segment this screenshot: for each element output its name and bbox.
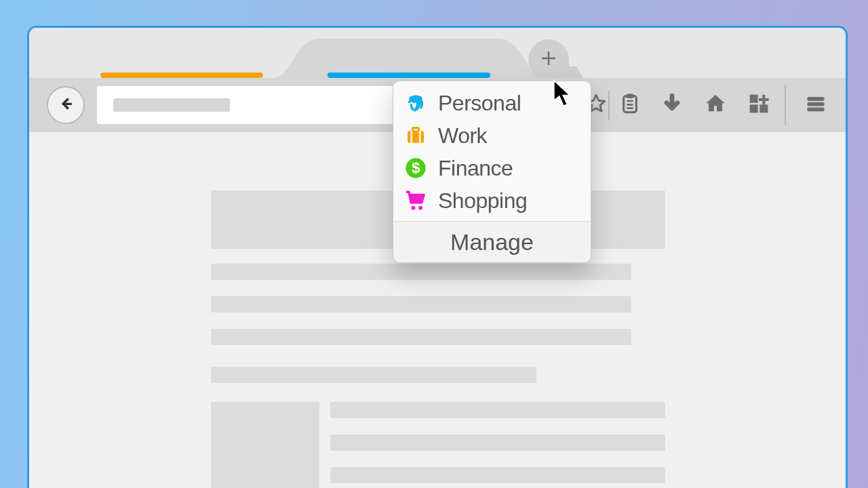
svg-rect-8 <box>760 105 768 113</box>
hamburger-icon <box>805 93 827 117</box>
container-menu-label: Shopping <box>438 188 527 214</box>
svg-rect-2 <box>627 94 633 98</box>
reading-list-button[interactable] <box>618 93 642 117</box>
skeleton-line <box>330 402 665 418</box>
skeleton-line <box>211 296 631 312</box>
container-menu-item-shopping[interactable]: Shopping <box>393 184 591 217</box>
menu-button[interactable] <box>804 93 828 117</box>
home-button[interactable] <box>702 93 729 117</box>
plus-icon <box>538 48 559 71</box>
apps-button[interactable] <box>747 93 771 117</box>
svg-point-19 <box>418 206 422 210</box>
clipboard-icon <box>619 93 641 117</box>
container-menu-item-personal[interactable]: Personal <box>393 81 591 119</box>
svg-text:$: $ <box>412 159 420 176</box>
container-context-menu: Personal Work $ Finance Shopping Manage <box>393 81 591 263</box>
toolbar-separator <box>608 90 610 120</box>
skeleton-image <box>211 402 319 488</box>
new-tab-button[interactable] <box>528 39 569 80</box>
dollar-circle-icon: $ <box>404 157 427 180</box>
tab-indicator-blue[interactable] <box>328 73 490 78</box>
svg-rect-6 <box>750 95 757 102</box>
tab-strip <box>29 28 846 78</box>
back-button[interactable] <box>47 86 85 124</box>
svg-rect-13 <box>412 128 418 131</box>
svg-rect-9 <box>808 98 824 101</box>
svg-rect-10 <box>808 102 824 106</box>
toolbar-separator <box>785 85 786 125</box>
download-icon <box>661 93 683 117</box>
active-tab[interactable] <box>273 37 545 78</box>
container-menu-manage[interactable]: Manage <box>393 222 591 262</box>
svg-rect-15 <box>419 131 421 142</box>
apps-add-icon <box>748 93 770 117</box>
skeleton-line <box>211 367 536 383</box>
fingerprint-icon <box>404 92 427 115</box>
skeleton-line <box>211 329 631 345</box>
url-placeholder <box>113 98 230 112</box>
skeleton-line <box>330 434 665 451</box>
container-menu-label: Finance <box>438 156 513 181</box>
svg-rect-0 <box>62 103 72 105</box>
skeleton-line <box>211 264 631 280</box>
skeleton-line <box>330 467 665 483</box>
svg-rect-14 <box>410 131 412 142</box>
tab-indicator-orange[interactable] <box>100 73 263 78</box>
container-menu-label: Personal <box>438 91 521 116</box>
briefcase-icon <box>404 124 427 147</box>
svg-point-18 <box>411 206 415 210</box>
browser-window: Personal Work $ Finance Shopping Manage <box>27 26 848 488</box>
svg-rect-12 <box>408 131 424 142</box>
container-menu-item-finance[interactable]: $ Finance <box>393 152 591 184</box>
container-menu-label: Work <box>438 123 487 148</box>
downloads-button[interactable] <box>660 93 684 117</box>
svg-rect-11 <box>808 108 824 111</box>
cart-icon <box>404 189 427 212</box>
container-menu-item-work[interactable]: Work <box>393 119 591 152</box>
back-arrow-icon <box>56 94 76 117</box>
home-icon <box>705 93 726 117</box>
svg-rect-7 <box>750 105 757 113</box>
